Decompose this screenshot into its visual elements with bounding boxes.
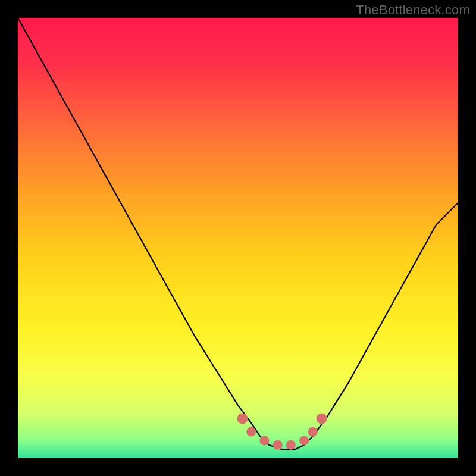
chart-svg bbox=[18, 18, 458, 458]
highlight-dot bbox=[308, 427, 318, 437]
chart-frame: TheBottleneck.com bbox=[0, 0, 476, 476]
highlight-dot bbox=[299, 436, 309, 445]
highlight-dot bbox=[237, 413, 248, 424]
highlight-dot bbox=[246, 427, 256, 437]
highlight-dot bbox=[259, 436, 269, 445]
watermark-text: TheBottleneck.com bbox=[356, 2, 470, 18]
highlight-dot bbox=[317, 413, 327, 424]
highlight-dot bbox=[273, 440, 283, 450]
highlight-dot bbox=[286, 440, 296, 450]
plot-area bbox=[18, 18, 458, 458]
gradient-background bbox=[18, 18, 458, 458]
